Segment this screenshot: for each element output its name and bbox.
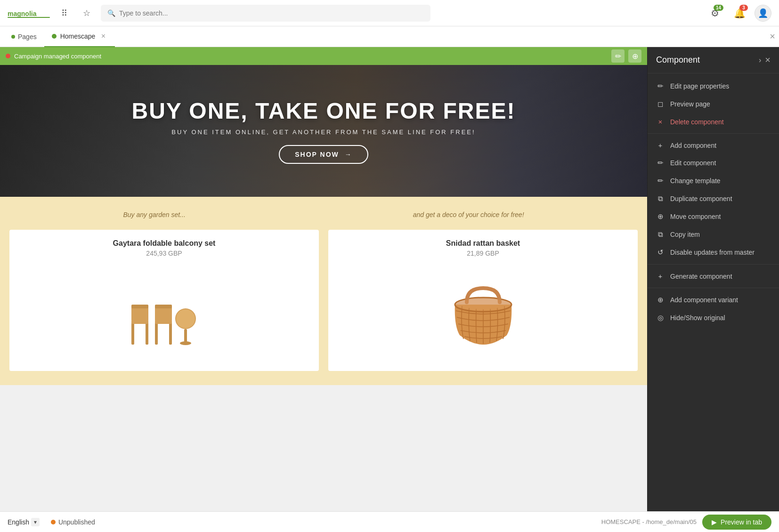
edit-component-icon: ✏: [656, 159, 665, 167]
filter-button[interactable]: ⚙ 14: [706, 4, 724, 23]
svg-rect-3: [146, 321, 148, 345]
language-label: English: [8, 518, 29, 526]
pages-dot: [11, 35, 15, 39]
menu-item-hide-show-original[interactable]: ◎Hide/Show original: [648, 309, 779, 327]
svg-rect-1: [8, 17, 50, 18]
svg-point-15: [180, 341, 191, 345]
hero-title: BUY ONE, TAKE ONE FOR FREE!: [132, 98, 516, 124]
search-icon: 🔍: [107, 9, 115, 17]
card1-image: [127, 266, 202, 362]
page-path: HOMESCAPE - /home_de/main/05: [601, 518, 697, 525]
campaign-status-dot: [6, 54, 10, 58]
card1-title: Gaytara foldable balcony set: [113, 239, 216, 248]
menu-item-edit-component[interactable]: ✏Edit component: [648, 154, 779, 172]
menu-item-generate-component[interactable]: +Generate component: [648, 267, 779, 285]
campaign-actions: ✏ ⊕: [611, 49, 641, 63]
menu-item-change-template[interactable]: ✏Change template: [648, 172, 779, 190]
top-nav: magnolia ⠿ ☆ 🔍 ⚙ 14 🔔 3 👤: [0, 0, 779, 26]
unpublished-label: Unpublished: [58, 518, 95, 526]
promo-section: Buy any garden set... and get a deco of …: [0, 197, 647, 385]
tab-active-label: Homescape: [60, 32, 96, 40]
delete-component-icon: ×: [656, 118, 665, 126]
menu-item-add-component-variant[interactable]: ⊕Add component variant: [648, 291, 779, 309]
add-component-icon: +: [656, 141, 665, 149]
copy-item-icon: ⧉: [656, 230, 665, 239]
menu-separator-sep3: [648, 288, 779, 288]
apps-icon[interactable]: ⠿: [56, 5, 73, 22]
campaign-banner-left: Campaign managed component: [6, 53, 101, 60]
pages-label: Pages: [18, 33, 37, 40]
promo-header: Buy any garden set... and get a deco of …: [9, 211, 638, 218]
promo-left-text: Buy any garden set...: [123, 211, 185, 218]
tab-close-button[interactable]: ×: [99, 32, 107, 40]
preview-page-label: Preview page: [670, 100, 710, 108]
menu-item-edit-page-props[interactable]: ✏Edit page properties: [648, 77, 779, 95]
search-input[interactable]: [119, 9, 424, 17]
preview-in-tab-button[interactable]: ▶ Preview in tab: [702, 515, 771, 530]
menu-item-copy-item[interactable]: ⧉Copy item: [648, 226, 779, 243]
campaign-add-button[interactable]: ⊕: [628, 49, 641, 63]
svg-text:magnolia: magnolia: [8, 10, 37, 17]
edit-page-props-icon: ✏: [656, 82, 665, 90]
move-component-icon: ⊕: [656, 212, 665, 221]
menu-item-preview-page[interactable]: ◻Preview page: [648, 95, 779, 113]
svg-point-18: [456, 298, 511, 311]
preview-icon: ▶: [712, 518, 717, 526]
unpublished-dot: [51, 520, 56, 524]
status-badge: Unpublished: [51, 518, 95, 526]
svg-rect-2: [131, 321, 134, 345]
edit-page-props-label: Edit page properties: [670, 82, 729, 90]
change-template-label: Change template: [670, 177, 721, 185]
promo-card-1: Gaytara foldable balcony set 245,93 GBP: [9, 230, 319, 371]
tab-pages[interactable]: Pages: [4, 33, 44, 40]
change-template-icon: ✏: [656, 177, 665, 185]
svg-point-13: [176, 309, 195, 328]
language-selector[interactable]: English ▾: [8, 518, 40, 526]
svg-rect-8: [169, 321, 172, 345]
campaign-edit-button[interactable]: ✏: [611, 49, 625, 63]
notification-badge: 3: [739, 5, 748, 11]
duplicate-component-label: Duplicate component: [670, 195, 732, 202]
tab-active-dot: [52, 34, 57, 39]
menu-item-move-component[interactable]: ⊕Move component: [648, 208, 779, 226]
nav-right: ⚙ 14 🔔 3 👤: [706, 4, 771, 23]
edit-component-label: Edit component: [670, 159, 716, 167]
hide-show-original-icon: ◎: [656, 314, 665, 322]
preview-page-icon: ◻: [656, 100, 665, 108]
card2-title: Snidad rattan basket: [446, 239, 520, 248]
sidebar-close-button[interactable]: ×: [765, 55, 771, 65]
duplicate-component-icon: ⧉: [656, 194, 665, 203]
sidebar-expand-button[interactable]: ›: [759, 56, 761, 64]
logo: magnolia: [8, 7, 50, 20]
hero-shop-button[interactable]: SHOP NOW →: [279, 145, 368, 164]
main-layout: Campaign managed component ✏ ⊕ BUY ONE, …: [0, 47, 779, 511]
menu-item-add-component[interactable]: +Add component: [648, 137, 779, 154]
hero-arrow-icon: →: [345, 151, 352, 158]
search-bar: 🔍: [101, 5, 430, 22]
notification-button[interactable]: 🔔 3: [730, 4, 749, 23]
svg-rect-7: [155, 321, 158, 345]
card2-price: 21,89 GBP: [467, 250, 499, 257]
disable-updates-icon: ↺: [656, 248, 665, 257]
tab-homescape[interactable]: Homescape ×: [44, 26, 115, 47]
svg-rect-6: [131, 305, 148, 308]
hero-button-label: SHOP NOW: [295, 151, 339, 158]
campaign-text: Campaign managed component: [14, 53, 101, 60]
sidebar: Component › × ✏Edit page properties◻Prev…: [647, 47, 779, 511]
sidebar-menu: ✏Edit page properties◻Preview page×Delet…: [648, 73, 779, 511]
favorites-icon[interactable]: ☆: [78, 5, 95, 22]
menu-item-delete-component[interactable]: ×Delete component: [648, 113, 779, 130]
menu-item-disable-updates[interactable]: ↺Disable updates from master: [648, 243, 779, 261]
hide-show-original-label: Hide/Show original: [670, 314, 725, 322]
add-component-variant-icon: ⊕: [656, 296, 665, 304]
promo-card-2: Snidad rattan basket 21,89 GBP: [328, 230, 638, 371]
campaign-banner: Campaign managed component ✏ ⊕: [0, 47, 647, 65]
sidebar-title: Component: [656, 55, 700, 65]
svg-rect-5: [131, 307, 148, 321]
sidebar-header-actions: › ×: [759, 55, 771, 65]
menu-item-duplicate-component[interactable]: ⧉Duplicate component: [648, 190, 779, 208]
user-avatar[interactable]: 👤: [755, 5, 771, 22]
panel-close-button[interactable]: ×: [770, 31, 775, 42]
delete-component-label: Delete component: [670, 118, 724, 126]
disable-updates-label: Disable updates from master: [670, 249, 755, 256]
